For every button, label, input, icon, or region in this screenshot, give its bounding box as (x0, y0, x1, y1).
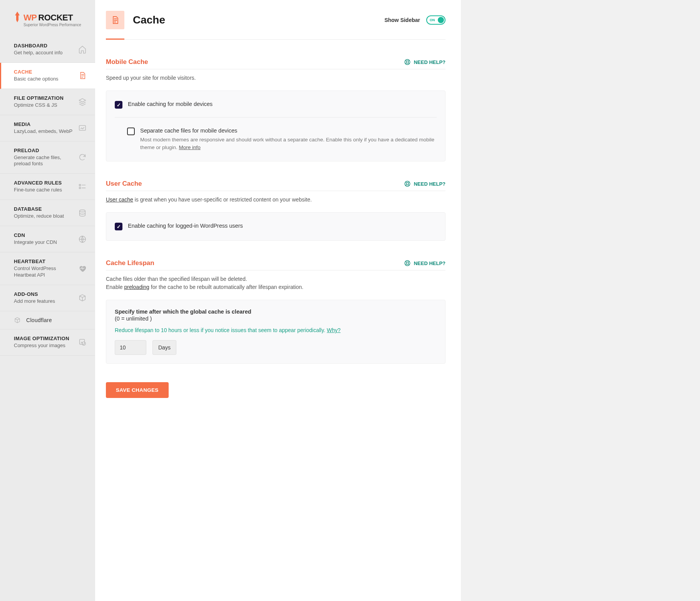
need-help-link[interactable]: NEED HELP? (404, 180, 445, 187)
sidebar-item-addons[interactable]: ADD-ONS Add more features (0, 285, 95, 311)
toggle-knob (438, 17, 444, 23)
section-title: Mobile Cache (106, 58, 148, 66)
box-icon (78, 294, 87, 302)
more-info-link[interactable]: More info (179, 144, 201, 150)
nav-title: Cloudflare (26, 317, 52, 323)
why-link[interactable]: Why? (327, 327, 341, 333)
need-help-text: NEED HELP? (414, 59, 445, 65)
sidebar-item-file-optimization[interactable]: FILE OPTIMIZATION Optimize CSS & JS (0, 89, 95, 115)
sidebar-item-database[interactable]: DATABASE Optimize, reduce bloat (0, 200, 95, 226)
option-label: Enable caching for logged-in WordPress u… (128, 223, 437, 229)
user-cache-link[interactable]: User cache (106, 196, 133, 203)
sidebar-item-preload[interactable]: PRELOAD Generate cache files, preload fo… (0, 141, 95, 174)
page-header: Cache Show Sidebar ON (106, 11, 445, 40)
help-icon (404, 180, 411, 187)
section-title: Cache Lifespan (106, 259, 154, 267)
nav-title: CDN (14, 232, 57, 238)
sidebar-item-media[interactable]: MEDIA LazyLoad, embeds, WebP (0, 115, 95, 141)
nav-title: IMAGE OPTIMIZATION (14, 336, 69, 341)
refresh-icon (78, 153, 87, 161)
image-icon (78, 124, 87, 132)
sidebar-subitem-cloudflare[interactable]: Cloudflare (0, 311, 95, 329)
svg-point-12 (406, 262, 409, 264)
database-icon (78, 209, 87, 217)
checkbox-mobile-cache[interactable] (115, 101, 122, 109)
svg-rect-0 (79, 126, 86, 131)
option-label: Separate cache files for mobile devices (140, 128, 437, 134)
need-help-link[interactable]: NEED HELP? (404, 260, 445, 267)
svg-point-8 (406, 61, 409, 63)
app-root: WP ROCKET Superior WordPress Performance… (0, 0, 700, 601)
compress-icon (78, 338, 87, 346)
sidebar: WP ROCKET Superior WordPress Performance… (0, 0, 95, 601)
layers-icon (78, 97, 87, 106)
sidebar-item-cdn[interactable]: CDN Integrate your CDN (0, 226, 95, 252)
logo-tagline: Superior WordPress Performance (23, 23, 82, 27)
toggle-label: ON (430, 18, 435, 22)
help-icon (404, 59, 411, 65)
nav-sub: Add more features (14, 298, 55, 305)
section-title: User Cache (106, 180, 142, 188)
nav-title: HEARTBEAT (14, 259, 78, 264)
main-content: Cache Show Sidebar ON Mobile Cache NEED … (95, 0, 461, 601)
nav-title: FILE OPTIMIZATION (14, 95, 64, 101)
svg-point-6 (82, 342, 85, 345)
nav-title: ADD-ONS (14, 291, 55, 297)
option-box: Enable caching for logged-in WordPress u… (106, 212, 445, 241)
page-title: Cache (133, 14, 165, 26)
list-icon (78, 183, 87, 191)
show-sidebar-toggle[interactable]: ON (426, 15, 445, 25)
home-icon (78, 45, 87, 54)
need-help-text: NEED HELP? (414, 181, 445, 187)
sidebar-item-heartbeat[interactable]: HEARTBEAT Control WordPress Heartbeat AP… (0, 252, 95, 285)
sidebar-item-advanced-rules[interactable]: ADVANCED RULES Fine-tune cache rules (0, 174, 95, 200)
nav-sub: Generate cache files, preload fonts (14, 154, 78, 168)
heart-icon (78, 264, 87, 273)
logo-rocket: ROCKET (38, 13, 73, 22)
nav-sub: Optimize, reduce bloat (14, 213, 64, 220)
section-desc: User cache is great when you have user-s… (106, 196, 445, 204)
option-desc: Most modern themes are responsive and sh… (140, 136, 437, 151)
need-help-link[interactable]: NEED HELP? (404, 59, 445, 65)
nav-sub: Optimize CSS & JS (14, 102, 64, 109)
lifespan-sub: (0 = unlimited ) (115, 316, 437, 322)
need-help-text: NEED HELP? (414, 260, 445, 266)
lifespan-tip: Reduce lifespan to 10 hours or less if y… (115, 327, 437, 333)
section-user-cache: User Cache NEED HELP? User cache is grea… (106, 180, 445, 241)
logo-wp: WP (23, 13, 37, 22)
document-icon (111, 15, 120, 25)
cube-icon (14, 317, 21, 324)
lifespan-title: Specify time after which the global cach… (115, 309, 437, 315)
sidebar-item-image-optimization[interactable]: IMAGE OPTIMIZATION Compress your images (0, 329, 95, 356)
nav-title: ADVANCED RULES (14, 180, 62, 186)
save-button[interactable]: SAVE CHANGES (106, 382, 169, 398)
help-icon (404, 260, 411, 267)
nav-title: CACHE (14, 69, 59, 75)
nav-sub: Integrate your CDN (14, 239, 57, 246)
svg-point-3 (80, 210, 85, 212)
nav-sub: Get help, account info (14, 50, 62, 56)
nav-sub: Fine-tune cache rules (14, 187, 62, 193)
nav-title: DATABASE (14, 206, 64, 212)
checkbox-separate-mobile[interactable] (127, 128, 135, 135)
section-mobile-cache: Mobile Cache NEED HELP? Speed up your si… (106, 58, 445, 161)
section-desc: Cache files older than the specified lif… (106, 275, 445, 291)
svg-rect-1 (79, 184, 81, 186)
preloading-link[interactable]: preloading (124, 284, 149, 290)
nav-title: PRELOAD (14, 148, 78, 153)
globe-icon (78, 235, 87, 243)
sidebar-item-cache[interactable]: CACHE Basic cache options (0, 63, 95, 89)
lifespan-unit-select[interactable]: Days (152, 340, 176, 355)
option-label: Enable caching for mobile devices (128, 101, 437, 107)
sidebar-item-dashboard[interactable]: DASHBOARD Get help, account info (0, 37, 95, 63)
checkbox-user-cache[interactable] (115, 223, 122, 230)
show-sidebar-label: Show Sidebar (384, 17, 420, 23)
section-desc: Speed up your site for mobile visitors. (106, 74, 445, 82)
svg-rect-2 (79, 187, 81, 189)
nav-sub: Compress your images (14, 342, 69, 349)
svg-point-10 (406, 183, 409, 185)
option-box: Enable caching for mobile devices Separa… (106, 91, 445, 161)
lifespan-box: Specify time after which the global cach… (106, 300, 445, 364)
lifespan-value-input[interactable] (115, 340, 146, 355)
logo-icon (13, 12, 21, 24)
